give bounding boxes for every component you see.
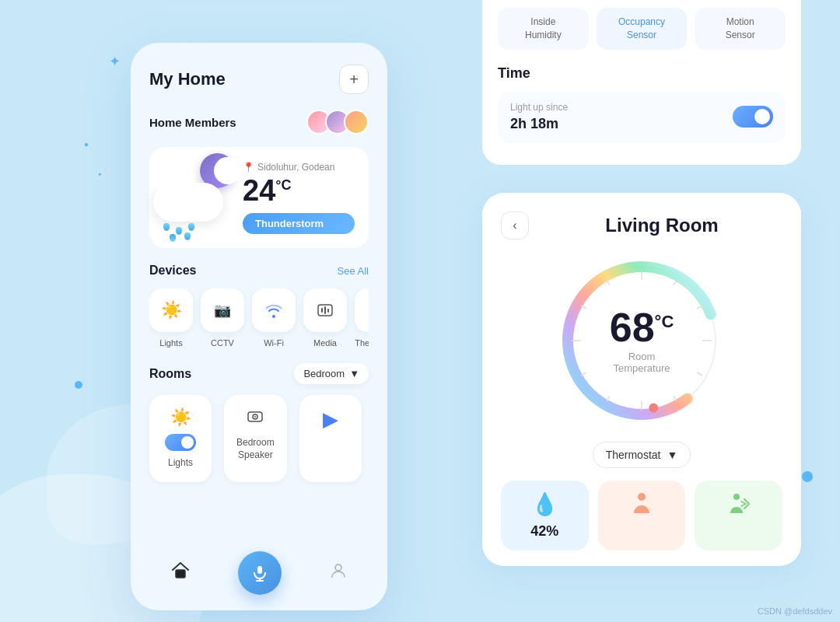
- lights-toggle[interactable]: [165, 434, 196, 451]
- media-label: Media: [313, 338, 337, 348]
- device-item-thermostat[interactable]: 🌡️ Thermostat: [355, 288, 369, 348]
- svg-point-27: [638, 493, 646, 501]
- dial-sublabel: RoomTemperature: [610, 351, 674, 374]
- dial-center-display: 68°C RoomTemperature: [610, 307, 674, 374]
- play-icon: ▶: [323, 407, 338, 432]
- room-speaker-icon: [246, 407, 264, 431]
- humidity-sensor-card[interactable]: 💧 42%: [501, 480, 589, 550]
- thermostat-select-row: Thermostat ▼: [501, 442, 782, 468]
- room-lights-label: Lights: [168, 457, 193, 470]
- back-arrow-icon: ‹: [513, 218, 516, 232]
- dropdown-arrow-icon: ▼: [349, 368, 359, 379]
- rain-drop-2: [176, 227, 182, 235]
- room-device-lights[interactable]: ☀️ Lights: [149, 395, 212, 482]
- thermostat-icon-box: 🌡️: [355, 288, 369, 332]
- living-room-header: ‹ Living Room: [501, 211, 782, 239]
- location-pin-icon: 📍: [243, 162, 254, 173]
- media-icon-box: [303, 288, 347, 332]
- dial-temperature: 68°C: [610, 307, 674, 348]
- wifi-label: Wi-Fi: [264, 338, 284, 348]
- living-room-title: Living Room: [541, 215, 782, 236]
- living-room-card: ‹ Living Room: [482, 193, 801, 566]
- home-members-label: Home Members: [149, 116, 236, 129]
- sparkle-icon-3: ●: [84, 140, 89, 149]
- devices-title: Devices: [149, 264, 197, 278]
- thermostat-label: Thermostat: [355, 338, 369, 348]
- svg-point-6: [254, 416, 256, 418]
- back-button[interactable]: ‹: [501, 211, 529, 239]
- phone-header: My Home +: [149, 65, 369, 94]
- time-section-label: Time: [498, 65, 786, 82]
- page-title: My Home: [149, 69, 226, 89]
- cloud-bump: [157, 165, 196, 204]
- devices-section-header: Devices See All: [149, 264, 369, 278]
- rooms-title: Rooms: [149, 367, 191, 381]
- bottom-sensor-cards: 💧 42%: [501, 480, 782, 550]
- room-devices-row: ☀️ Lights BedroomSpeaker ▶: [149, 395, 369, 482]
- time-toggle[interactable]: [733, 106, 773, 128]
- weather-temperature: 24°C: [243, 176, 355, 205]
- rain-drop-1: [163, 223, 170, 231]
- rain-drop-4: [170, 234, 176, 242]
- device-item-wifi[interactable]: Wi-Fi: [252, 288, 296, 348]
- thermostat-dropdown[interactable]: Thermostat ▼: [593, 442, 691, 468]
- humidity-value: 42%: [530, 523, 558, 540]
- svg-rect-1: [321, 308, 323, 313]
- avatars-group: [306, 110, 369, 135]
- occupancy-sensor-card[interactable]: [598, 480, 686, 550]
- home-nav-icon[interactable]: [170, 561, 191, 585]
- svg-rect-2: [324, 306, 326, 314]
- mic-button[interactable]: [238, 551, 282, 595]
- rain-drop-3: [188, 223, 194, 231]
- dot-decoration-2: [802, 471, 813, 482]
- lights-label: Lights: [159, 338, 182, 348]
- time-info: Light up since 2h 18m: [510, 102, 568, 132]
- weather-card: 📍 Sidoluhur, Godean 24°C Thunderstorm: [149, 147, 369, 248]
- svg-rect-8: [257, 566, 262, 574]
- sensor-chip-occupancy[interactable]: OccupancySensor: [597, 8, 688, 50]
- sensor-chip-motion[interactable]: MotionSensor: [695, 8, 786, 50]
- bottom-nav: [131, 551, 387, 595]
- svg-rect-3: [327, 309, 329, 313]
- motion-sensor-card[interactable]: [695, 480, 782, 550]
- phone-card: My Home + Home Members 📍 Sidoluhur, Gode…: [131, 43, 387, 610]
- devices-row: ☀️ Lights 📷 CCTV Wi-Fi Media 🌡️ Thermost…: [149, 288, 369, 348]
- svg-rect-7: [176, 570, 185, 578]
- room-dropdown[interactable]: Bedroom ▼: [294, 363, 369, 384]
- see-all-link[interactable]: See All: [338, 265, 369, 277]
- room-lights-icon: ☀️: [170, 407, 191, 428]
- weather-illustration: [142, 153, 243, 231]
- device-item-media[interactable]: Media: [303, 288, 347, 348]
- wifi-icon-box: [252, 288, 296, 332]
- home-members-section: Home Members: [149, 110, 369, 135]
- room-speaker-label: BedroomSpeaker: [236, 437, 275, 461]
- watermark: CSDN @defdsddev: [758, 606, 832, 616]
- time-value: 2h 18m: [510, 116, 568, 132]
- weather-location: 📍 Sidoluhur, Godean: [243, 162, 355, 173]
- right-top-card: InsideHumidity OccupancySensor MotionSen…: [482, 0, 801, 165]
- time-row: Light up since 2h 18m: [498, 91, 786, 143]
- sparkle-icon-1: ✦: [109, 53, 121, 70]
- dot-decoration-1: [75, 381, 82, 389]
- room-device-speaker[interactable]: BedroomSpeaker: [224, 395, 287, 482]
- thermostat-dial-container: 68°C RoomTemperature: [501, 255, 782, 426]
- profile-nav-icon[interactable]: [329, 561, 348, 585]
- sparkle-icon-4: ●: [98, 171, 101, 176]
- lights-icon-box: ☀️: [149, 288, 193, 332]
- sensor-chips-row: InsideHumidity OccupancySensor MotionSen…: [498, 0, 786, 50]
- weather-condition-badge: Thunderstorm: [243, 213, 355, 234]
- cctv-icon-box: 📷: [201, 288, 244, 332]
- svg-point-11: [335, 564, 341, 571]
- thermostat-dropdown-arrow-icon: ▼: [667, 449, 677, 461]
- add-button[interactable]: +: [339, 65, 369, 94]
- sensor-chip-humidity[interactable]: InsideHumidity: [498, 8, 589, 50]
- thermostat-dropdown-label: Thermostat: [606, 449, 661, 461]
- humidity-icon: 💧: [531, 491, 558, 517]
- room-device-play[interactable]: ▶: [299, 395, 362, 482]
- light-up-label: Light up since: [510, 102, 568, 113]
- avatar-3: [344, 110, 369, 135]
- device-item-lights[interactable]: ☀️ Lights: [149, 288, 193, 348]
- occupancy-icon: [631, 491, 653, 522]
- device-item-cctv[interactable]: 📷 CCTV: [201, 288, 244, 348]
- svg-point-28: [733, 494, 740, 500]
